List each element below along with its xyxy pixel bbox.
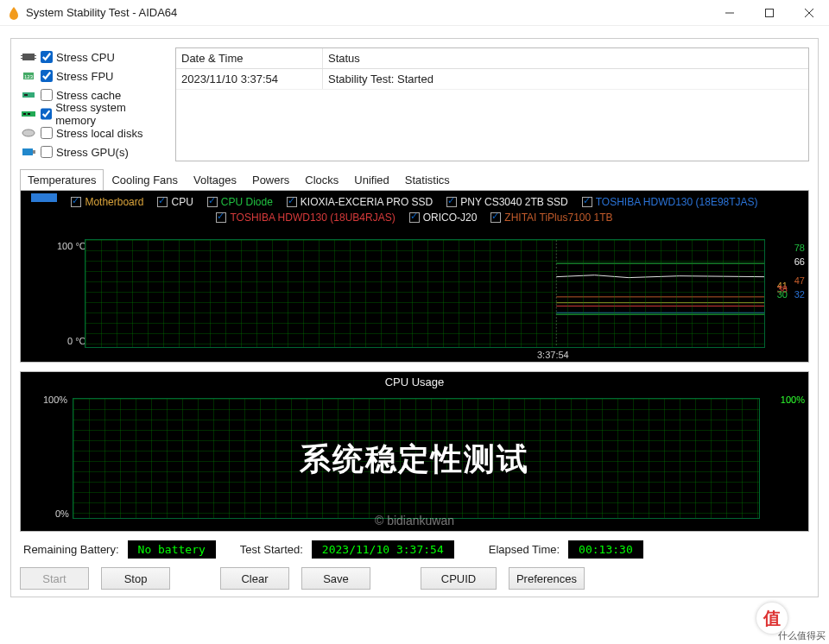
legend-item[interactable]: Motherboard [71,196,143,208]
save-button[interactable]: Save [301,567,370,590]
tab-cooling-fans[interactable]: Cooling Fans [104,169,186,191]
temp-value-label: 30 [777,289,788,300]
window-title: System Stability Test - AIDA64 [26,6,177,19]
stress-item-stress-cpu[interactable]: Stress CPU [20,47,167,66]
log-header-datetime[interactable]: Date & Time [176,48,323,68]
tab-unified[interactable]: Unified [346,169,396,191]
stress-item-stress-system-memory[interactable]: Stress system memory [20,104,167,123]
legend-label: TOSHIBA HDWD130 (18E98TJAS) [596,196,758,208]
stress-checkbox[interactable] [41,51,53,63]
cpu-r-top: 100% [781,395,805,405]
log-status: Stability Test: Started [323,69,808,89]
temperature-chart: MotherboardCPUCPU DiodeKIOXIA-EXCERIA PR… [20,190,809,363]
svg-rect-7 [35,55,36,56]
tab-clocks[interactable]: Clocks [297,169,346,191]
cpu-usage-chart: CPU Usage 100% 0% 100% 系统稳定性测试 © bidiank… [20,371,809,532]
preferences-button[interactable]: Preferences [509,567,585,590]
legend-label: ORICO-J20 [423,212,478,224]
stress-label: Stress CPU [56,51,115,64]
log-datetime: 2023/11/10 3:37:54 [176,69,323,89]
tab-voltages[interactable]: Voltages [186,169,244,191]
battery-value: No battery [128,540,216,559]
tab-statistics[interactable]: Statistics [397,169,458,191]
minimize-button[interactable] [710,0,750,26]
maximize-button[interactable] [750,0,789,26]
stress-checkbox[interactable] [41,70,53,82]
legend-label: PNY CS3040 2TB SSD [460,196,568,208]
legend-label: CPU [171,196,193,208]
svg-rect-18 [33,150,35,154]
stress-label: Stress local disks [56,127,142,140]
legend-checkbox[interactable] [582,197,592,207]
main-panel: Stress CPU123 Stress FPU Stress cache St… [10,38,819,597]
device-icon [20,127,37,139]
device-icon: 123 [20,70,37,82]
overlay-caption: 系统稳定性测试 [21,439,808,481]
svg-point-16 [22,129,35,136]
log-body: 2023/11/10 3:37:54 Stability Test: Start… [176,69,808,150]
stress-item-stress-fpu[interactable]: 123 Stress FPU [20,66,167,85]
legend-label: CPU Diode [221,196,273,208]
svg-rect-8 [35,58,36,59]
legend-checkbox[interactable] [490,212,501,223]
legend-checkbox[interactable] [207,197,218,207]
legend-item[interactable]: TOSHIBA HDWD130 (18E98TJAS) [582,196,758,208]
status-bar: Remaining Battery: No battery Test Start… [20,532,809,564]
close-button[interactable] [789,0,829,26]
svg-rect-15 [28,113,30,115]
cpu-y-top: 100% [43,395,67,405]
tab-temperatures[interactable]: Temperatures [20,169,104,191]
legend-checkbox[interactable] [71,197,81,207]
stress-options: Stress CPU123 Stress FPU Stress cache St… [20,47,167,161]
svg-rect-5 [21,55,22,56]
temp-value-label: 66 [794,256,805,267]
log-header-status[interactable]: Status [323,48,808,68]
device-icon [20,108,37,120]
legend-checkbox[interactable] [409,212,420,223]
stress-checkbox[interactable] [41,146,53,158]
legend-item[interactable]: CPU Diode [207,196,273,208]
log-row[interactable]: 2023/11/10 3:37:54 Stability Test: Start… [176,69,808,90]
cpuid-button[interactable]: CPUID [421,567,497,590]
temp-legend: MotherboardCPUCPU DiodeKIOXIA-EXCERIA PR… [21,191,808,225]
temp-y-top: 100 °C [57,241,86,251]
stop-button[interactable]: Stop [101,567,170,590]
stress-label: Stress system memory [55,101,167,127]
legend-item[interactable]: KIOXIA-EXCERIA PRO SSD [287,196,433,208]
temp-value-label: 47 [794,275,805,286]
legend-checkbox[interactable] [287,197,297,207]
started-label: Test Started: [240,543,303,556]
device-icon [20,89,37,101]
start-button[interactable]: Start [20,567,89,590]
stress-label: Stress cache [56,89,121,102]
legend-label: Motherboard [85,196,143,208]
legend-label: TOSHIBA HDWD130 (18UB4RJAS) [230,212,395,224]
temp-value-label: 32 [794,289,805,300]
battery-label: Remaining Battery: [23,543,119,556]
clear-button[interactable]: Clear [220,567,289,590]
log-header: Date & Time Status [176,48,808,69]
legend-checkbox[interactable] [446,197,457,207]
legend-item[interactable]: ZHITAI TiPlus7100 1TB [490,212,612,224]
device-icon [20,51,37,63]
legend-item[interactable]: CPU [157,196,193,208]
stress-checkbox[interactable] [41,108,53,120]
legend-checkbox[interactable] [157,197,168,207]
elapsed-value: 00:13:30 [568,540,643,559]
cpu-chart-title: CPU Usage [21,376,808,388]
temp-value-label: 78 [794,243,805,253]
stress-item-stress-gpu-s-[interactable]: Stress GPU(s) [20,142,167,161]
legend-checkbox[interactable] [216,212,226,223]
legend-item[interactable]: ORICO-J20 [409,212,478,224]
tab-powers[interactable]: Powers [244,169,297,191]
svg-rect-6 [21,58,22,59]
legend-item[interactable]: TOSHIBA HDWD130 (18UB4RJAS) [216,212,395,224]
legend-label: KIOXIA-EXCERIA PRO SSD [301,196,433,208]
stress-checkbox[interactable] [41,127,53,139]
stress-checkbox[interactable] [41,89,53,101]
legend-item[interactable]: PNY CS3040 2TB SSD [446,196,568,208]
selection-indicator [31,193,57,202]
stress-label: Stress GPU(s) [56,146,129,159]
watermark: © bidiankuwan [21,514,808,527]
svg-rect-4 [22,54,35,60]
